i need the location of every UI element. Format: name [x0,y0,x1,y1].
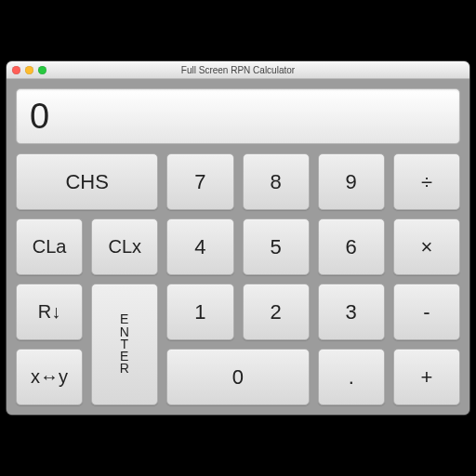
enter-label: ENTER [120,313,130,375]
cla-label: CLa [33,236,67,258]
display: 0 [16,88,460,144]
add-button[interactable]: + [393,349,460,405]
multiply-button[interactable]: × [393,218,460,275]
window-body: 0 CHS 7 8 9 ÷ CLa CLx 4 5 6 × R↓ ENTER [7,79,469,415]
digit-0-label: 0 [232,365,244,390]
clx-label: CLx [108,236,141,258]
keypad: CHS 7 8 9 ÷ CLa CLx 4 5 6 × R↓ ENTER 1 2 [16,153,460,405]
digit-9-label: 9 [346,170,357,194]
roll-down-button[interactable]: R↓ [16,284,83,340]
digit-5-label: 5 [270,235,281,259]
rdown-label: R↓ [38,301,60,323]
clear-x-button[interactable]: CLx [91,218,158,275]
digit-1-label: 1 [194,300,205,324]
titlebar: Full Screen RPN Calculator [7,61,469,79]
xy-label: x↔y [31,366,68,388]
dot-label: . [349,365,354,390]
digit-4-label: 4 [194,235,205,259]
multiply-label: × [420,235,432,259]
close-icon[interactable] [12,66,20,74]
digit-8-button[interactable]: 8 [243,153,310,210]
digit-9-button[interactable]: 9 [318,153,385,210]
digit-7-button[interactable]: 7 [166,153,233,210]
divide-button[interactable]: ÷ [393,153,460,210]
digit-6-button[interactable]: 6 [318,218,385,275]
swap-xy-button[interactable]: x↔y [16,349,83,405]
zoom-icon[interactable] [38,66,46,74]
digit-7-label: 7 [194,170,205,194]
chs-button[interactable]: CHS [16,153,158,210]
digit-1-button[interactable]: 1 [166,284,233,340]
digit-8-label: 8 [270,170,281,194]
display-value: 0 [30,97,49,137]
calculator-window: Full Screen RPN Calculator 0 CHS 7 8 9 ÷… [7,61,469,415]
enter-button[interactable]: ENTER [91,284,158,405]
digit-3-button[interactable]: 3 [318,284,385,340]
add-label: + [420,365,432,390]
chs-label: CHS [65,170,108,194]
traffic-lights [12,66,46,74]
minimize-icon[interactable] [25,66,33,74]
subtract-label: - [423,300,430,324]
digit-3-label: 3 [346,300,357,324]
divide-label: ÷ [421,170,432,194]
digit-0-button[interactable]: 0 [166,349,309,405]
digit-2-label: 2 [270,300,281,324]
decimal-button[interactable]: . [318,349,385,405]
window-title: Full Screen RPN Calculator [7,65,469,75]
digit-2-button[interactable]: 2 [243,284,310,340]
clear-all-button[interactable]: CLa [16,218,83,275]
digit-6-label: 6 [346,235,357,259]
subtract-button[interactable]: - [393,284,460,340]
digit-5-button[interactable]: 5 [243,218,310,275]
digit-4-button[interactable]: 4 [166,218,233,275]
